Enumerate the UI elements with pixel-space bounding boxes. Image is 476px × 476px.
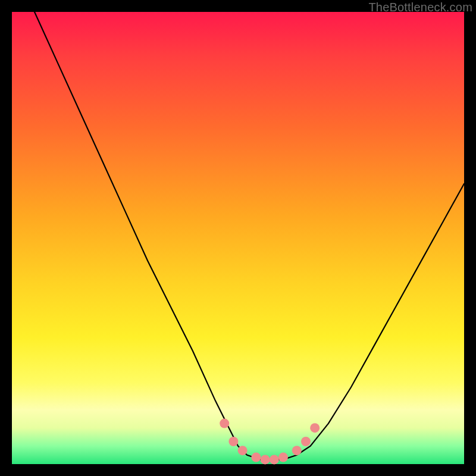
watermark-text: TheBottleneck.com (368, 1, 472, 14)
curve-marker (301, 437, 311, 446)
curve-marker (278, 453, 288, 462)
curve-marker (238, 446, 248, 455)
curve-marker (292, 446, 302, 455)
curve-marker (270, 455, 279, 464)
curve-marker (310, 423, 320, 433)
marker-group (220, 419, 320, 465)
bottleneck-curve (35, 12, 464, 459)
curve-marker (220, 419, 229, 428)
curve-marker (261, 455, 270, 464)
plot-area (12, 12, 464, 464)
chart-frame: TheBottleneck.com (0, 0, 476, 476)
curve-marker (228, 437, 238, 446)
curve-layer (12, 12, 464, 464)
curve-marker (251, 453, 261, 462)
